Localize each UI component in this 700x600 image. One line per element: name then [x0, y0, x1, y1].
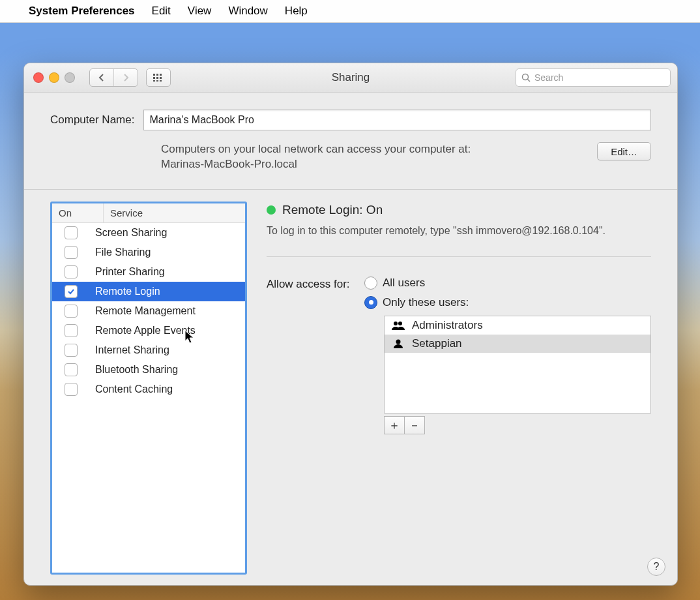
access-label: Allow access for:	[267, 277, 354, 434]
status-indicator-icon	[267, 205, 276, 215]
user-name: Administrators	[412, 319, 483, 332]
service-checkbox[interactable]	[65, 265, 78, 278]
content: Computer Name: Marina's MacBook Pro Comp…	[24, 93, 677, 585]
service-row[interactable]: Content Caching	[52, 380, 245, 399]
service-checkbox[interactable]	[65, 305, 78, 318]
svg-rect-3	[153, 77, 155, 79]
title-bar: Sharing	[24, 63, 677, 93]
menu-view[interactable]: View	[188, 5, 212, 18]
service-row[interactable]: Printer Sharing	[52, 262, 245, 282]
service-label: Screen Sharing	[90, 227, 245, 239]
service-row[interactable]: Remote Management	[52, 301, 245, 321]
traffic-lights	[31, 72, 75, 83]
svg-line-10	[528, 80, 531, 82]
service-label: Content Caching	[90, 383, 245, 395]
service-row[interactable]: Remote Apple Events	[52, 321, 245, 340]
radio-icon	[364, 296, 377, 309]
service-row[interactable]: File Sharing	[52, 243, 245, 262]
search-input[interactable]	[534, 72, 665, 83]
menu-edit[interactable]: Edit	[152, 5, 171, 18]
svg-point-13	[396, 339, 401, 344]
show-all-button[interactable]	[146, 68, 171, 87]
computer-name-field[interactable]: Marina's MacBook Pro	[143, 110, 651, 130]
zoom-button[interactable]	[65, 72, 75, 83]
service-row[interactable]: Screen Sharing	[52, 223, 245, 243]
divider	[267, 256, 651, 257]
system-menu-bar: System Preferences Edit View Window Help	[0, 0, 700, 23]
service-checkbox[interactable]	[65, 324, 78, 337]
menu-window[interactable]: Window	[228, 5, 267, 18]
services-table[interactable]: On Service Screen SharingFile SharingPri…	[50, 202, 247, 575]
forward-button[interactable]	[113, 69, 138, 86]
user-row[interactable]: Setappian	[385, 335, 650, 353]
service-checkbox[interactable]	[65, 344, 78, 357]
services-header: On Service	[52, 203, 245, 223]
access-all-users-option[interactable]: All users	[364, 277, 651, 290]
access-only-users-option[interactable]: Only these users:	[364, 296, 651, 309]
service-label: Internet Sharing	[90, 344, 245, 356]
svg-rect-2	[160, 74, 162, 76]
edit-hostname-button[interactable]: Edit…	[597, 142, 651, 160]
service-checkbox[interactable]	[65, 383, 78, 396]
svg-rect-6	[153, 80, 155, 82]
computer-name-hint: Computers on your local network can acce…	[161, 142, 471, 172]
search-icon	[521, 73, 531, 82]
app-menu[interactable]: System Preferences	[29, 5, 135, 18]
close-button[interactable]	[33, 72, 44, 83]
service-detail: Remote Login: On To log in to this compu…	[267, 202, 651, 575]
svg-rect-5	[160, 77, 162, 79]
preferences-window: Sharing Computer Name: Marina's MacBook …	[23, 63, 678, 586]
remove-user-button[interactable]: －	[405, 416, 425, 434]
back-button[interactable]	[90, 69, 113, 86]
service-row[interactable]: Bluetooth Sharing	[52, 360, 245, 380]
service-row[interactable]: Internet Sharing	[52, 340, 245, 360]
help-button[interactable]: ?	[647, 558, 665, 576]
service-label: Remote Apple Events	[90, 325, 245, 337]
nav-segmented	[89, 68, 138, 87]
svg-rect-4	[156, 77, 158, 79]
radio-icon	[364, 277, 377, 290]
service-label: Remote Login	[90, 286, 245, 297]
svg-rect-8	[160, 80, 162, 82]
svg-rect-0	[153, 74, 155, 76]
service-checkbox[interactable]	[65, 246, 78, 259]
status-title: Remote Login: On	[282, 203, 383, 217]
service-label: Bluetooth Sharing	[90, 364, 245, 376]
svg-point-11	[394, 322, 398, 325]
computer-name-label: Computer Name:	[50, 113, 134, 127]
user-icon	[391, 338, 405, 349]
service-checkbox[interactable]	[65, 363, 78, 376]
svg-rect-1	[156, 74, 158, 76]
users-list[interactable]: AdministratorsSetappian	[384, 316, 651, 413]
service-checkbox[interactable]	[65, 226, 78, 239]
svg-point-9	[523, 74, 529, 80]
ssh-hint: To log in to this computer remotely, typ…	[267, 225, 651, 237]
users-group-icon	[391, 320, 405, 331]
service-row[interactable]: Remote Login	[52, 282, 245, 301]
user-name: Setappian	[412, 337, 462, 350]
service-checkbox[interactable]	[65, 285, 78, 298]
svg-point-12	[398, 322, 402, 325]
divider	[24, 189, 677, 190]
svg-rect-7	[156, 80, 158, 82]
menu-help[interactable]: Help	[285, 5, 308, 18]
search-field[interactable]	[516, 68, 671, 87]
service-label: File Sharing	[90, 247, 245, 258]
service-label: Printer Sharing	[90, 266, 245, 278]
minimize-button[interactable]	[49, 72, 59, 83]
add-user-button[interactable]: ＋	[384, 416, 405, 434]
user-row[interactable]: Administrators	[385, 316, 650, 335]
service-label: Remote Management	[90, 305, 245, 317]
